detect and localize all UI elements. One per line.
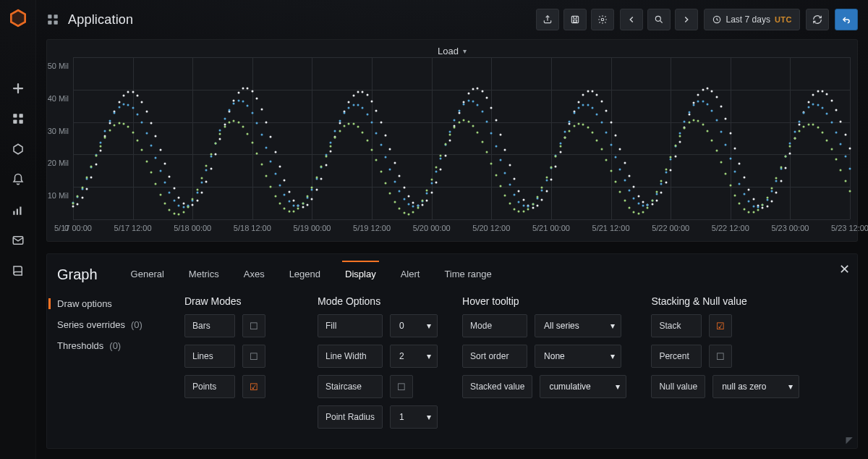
refresh-button[interactable]	[806, 9, 829, 30]
tab-legend[interactable]: Legend	[281, 261, 329, 288]
x-tick-label: 5/17 00:00	[54, 224, 92, 232]
tab-metrics[interactable]: Metrics	[180, 261, 228, 288]
pointradius-label: Point Radius	[318, 405, 383, 429]
y-tick-label: 10 Mil	[48, 191, 69, 200]
zoom-back-button[interactable]	[620, 9, 643, 30]
timerange-button[interactable]: Last 7 days UTC	[704, 9, 800, 30]
topbar: Application	[36, 0, 868, 39]
back-button[interactable]	[835, 9, 858, 30]
svg-rect-5	[19, 114, 22, 117]
chevron-down-icon: ▾	[610, 351, 615, 361]
close-icon[interactable]: ✕	[839, 261, 850, 277]
hover-sort-select[interactable]: None ▾	[535, 345, 621, 368]
chart-points	[73, 57, 850, 219]
tab-time-range[interactable]: Time range	[435, 261, 500, 288]
draw-modes-title: Draw Modes	[184, 295, 293, 307]
lines-checkbox[interactable]: ☐	[242, 345, 265, 368]
pointradius-select[interactable]: 1 ▾	[390, 405, 438, 429]
svg-rect-13	[48, 14, 51, 18]
chevron-down-icon: ▾	[788, 382, 793, 392]
editor-columns: Draw Modes Bars ☐ Lines ☐ Points ☑	[184, 295, 803, 436]
chevron-down-icon: ▾	[427, 412, 431, 422]
book-icon[interactable]	[9, 262, 27, 279]
svg-rect-16	[54, 21, 58, 25]
fill-value: 0	[399, 321, 404, 331]
x-tick-label: 5/19 00:00	[293, 224, 331, 232]
hover-title: Hover tooltip	[462, 295, 626, 307]
percent-label: Percent	[651, 345, 702, 368]
editor-side-list: Draw optionsSeries overrides (0)Threshol…	[57, 295, 166, 436]
stack-checkbox[interactable]: ☑	[709, 314, 732, 337]
tab-axes[interactable]: Axes	[235, 261, 273, 288]
dashboard-title[interactable]: Application	[68, 12, 133, 28]
bell-icon[interactable]	[9, 171, 27, 188]
points-label: Points	[184, 375, 235, 398]
share-button[interactable]	[536, 9, 559, 30]
bars-label: Bars	[184, 314, 235, 337]
pointradius-value: 1	[399, 412, 404, 422]
svg-rect-11	[20, 207, 21, 215]
stack-title: Stacking & Null value	[651, 295, 803, 307]
fill-label: Fill	[318, 314, 383, 337]
hover-mode-select[interactable]: All series ▾	[535, 314, 621, 337]
y-tick-label: 30 Mil	[48, 127, 69, 135]
side-item-series-overrides[interactable]: Series overrides (0)	[57, 319, 166, 330]
left-nav-rail	[0, 0, 36, 459]
hover-stacked-select[interactable]: cumulative ▾	[540, 375, 626, 398]
col-stacking: Stacking & Null value Stack ☑ Percent ☐ …	[651, 295, 803, 436]
hover-mode-value: All series	[544, 321, 579, 331]
save-button[interactable]	[563, 9, 587, 30]
bars-checkbox[interactable]: ☐	[242, 314, 265, 337]
svg-rect-15	[48, 21, 51, 25]
linewidth-select[interactable]: 2 ▾	[390, 345, 438, 368]
side-item-draw-options[interactable]: Draw options	[57, 298, 166, 309]
add-icon[interactable]	[9, 80, 27, 97]
hexagon-icon[interactable]	[9, 140, 27, 158]
lines-label: Lines	[184, 345, 235, 368]
panel-title[interactable]: Load ▾	[438, 46, 467, 56]
chevron-down-icon: ▾	[427, 351, 431, 361]
topbar-left: Application	[46, 12, 133, 28]
timezone-label: UTC	[775, 15, 792, 24]
zoom-forward-button[interactable]	[675, 9, 698, 30]
panel-editor: Graph GeneralMetricsAxesLegendDisplayAle…	[46, 253, 858, 449]
points-checkbox[interactable]: ☑	[242, 375, 265, 398]
x-tick-label: 5/18 00:00	[174, 224, 211, 232]
tab-display[interactable]: Display	[336, 261, 385, 288]
save-group	[536, 9, 614, 30]
svg-point-20	[655, 16, 660, 21]
chart-plot-area[interactable]	[73, 57, 850, 219]
fill-select[interactable]: 0 ▾	[390, 314, 438, 337]
x-tick-label: 5/20 12:00	[472, 224, 510, 232]
svg-marker-8	[14, 144, 22, 154]
editor-body: Draw optionsSeries overrides (0)Threshol…	[57, 295, 847, 436]
panel-title-caret-icon: ▾	[463, 47, 467, 55]
x-tick-label: 5/22 00:00	[652, 224, 689, 232]
svg-point-19	[601, 18, 604, 21]
chart-panel[interactable]: Load ▾ 010 Mil20 Mil30 Mil40 Mil50 Mil 5…	[46, 39, 858, 242]
dashboard-grid-icon[interactable]	[46, 13, 59, 26]
hover-mode-label: Mode	[462, 314, 527, 337]
brand-logo-icon[interactable]	[9, 9, 27, 28]
percent-checkbox[interactable]: ☐	[709, 345, 732, 368]
null-value-value: null as zero	[722, 382, 766, 392]
col-hover-tooltip: Hover tooltip Mode All series ▾ Sort ord…	[462, 295, 626, 436]
dashboards-icon[interactable]	[9, 110, 27, 127]
bars-icon[interactable]	[9, 201, 27, 219]
svg-rect-4	[13, 114, 17, 117]
null-value-select[interactable]: null as zero ▾	[712, 375, 799, 398]
envelope-icon[interactable]	[9, 232, 27, 249]
staircase-checkbox[interactable]: ☐	[390, 375, 413, 398]
staircase-label: Staircase	[318, 375, 383, 398]
null-label: Null value	[651, 375, 705, 398]
chevron-down-icon: ▾	[610, 321, 615, 331]
tab-alert[interactable]: Alert	[392, 261, 429, 288]
side-item-thresholds[interactable]: Thresholds (0)	[57, 340, 166, 351]
y-tick-label: 40 Mil	[48, 94, 69, 103]
tab-general[interactable]: General	[122, 261, 173, 288]
settings-button[interactable]	[591, 9, 614, 30]
zoom-button[interactable]	[647, 9, 671, 30]
side-item-count: (0)	[109, 340, 121, 351]
svg-rect-7	[19, 120, 22, 124]
resize-handle-icon[interactable]: ◣	[845, 437, 855, 444]
